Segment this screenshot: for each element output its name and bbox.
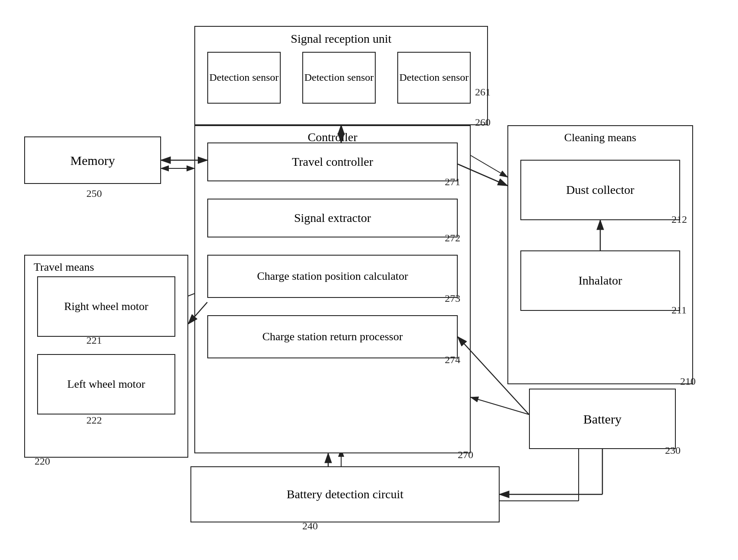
ref-212: 212 [671,214,687,225]
ref-211: 211 [671,304,687,316]
ref-274: 274 [445,354,460,366]
left-wheel-motor-block: Left wheel motor [37,354,175,414]
signal-extractor-block: Signal extractor [207,199,458,237]
ref-210: 210 [680,376,696,387]
detection-sensor-3: Detection sensor [397,52,471,104]
detection-sensor-2: Detection sensor [302,52,376,104]
signal-reception-label: Signal reception unit [291,32,391,46]
dust-collector-block: Dust collector [520,160,680,220]
ref-261: 261 [475,86,491,98]
battery-block: Battery [529,389,676,449]
right-wheel-motor-block: Right wheel motor [37,276,175,337]
inhalator-block: Inhalator [520,250,680,311]
travel-means-label: Travel means [34,261,94,274]
ref-240: 240 [302,520,318,532]
svg-line-4 [471,155,507,177]
diagram: Signal reception unit Detection sensor D… [0,0,738,560]
charge-return-block: Charge station return processor [207,315,458,358]
ref-272: 272 [445,232,460,244]
ref-230: 230 [665,445,681,456]
battery-detection-block: Battery detection circuit [190,466,500,522]
ref-273: 273 [445,293,460,304]
ref-271: 271 [445,176,460,188]
svg-line-6 [471,397,529,414]
detection-sensor-1: Detection sensor [207,52,281,104]
memory-block: Memory [24,136,161,184]
charge-pos-calc-block: Charge station position calculator [207,255,458,298]
ref-250: 250 [86,188,102,199]
ref-260: 260 [475,117,491,128]
ref-220: 220 [35,456,50,467]
travel-controller-block: Travel controller [207,142,458,181]
ref-222: 222 [86,414,102,426]
cleaning-means-label: Cleaning means [564,131,637,144]
ref-270: 270 [458,449,473,461]
ref-221: 221 [86,335,102,346]
